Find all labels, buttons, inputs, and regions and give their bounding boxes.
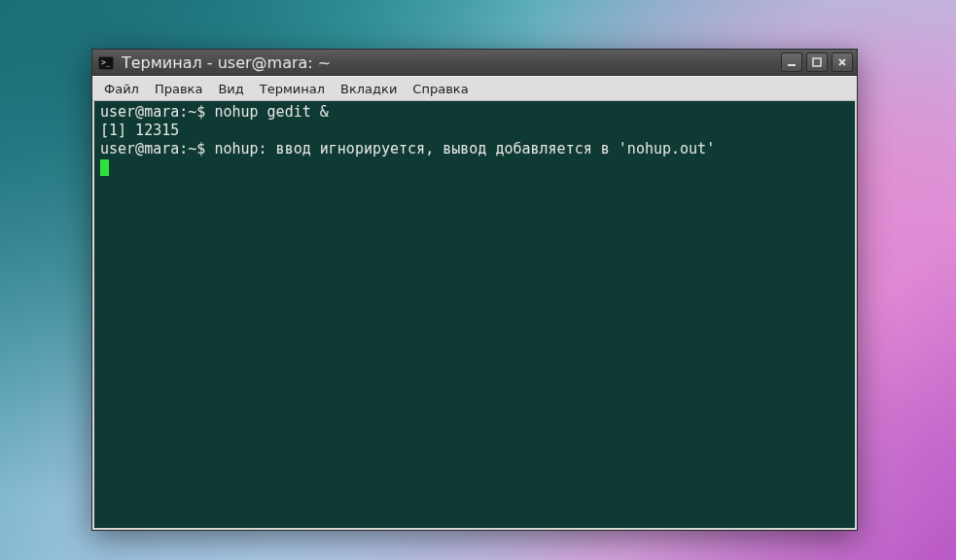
terminal-line: user@mara:~$ nohup: ввод игнорируется, в… <box>100 140 849 158</box>
prompt: user@mara:~$ <box>100 103 214 121</box>
cursor-icon <box>100 159 109 176</box>
svg-text:>_: >_ <box>101 58 111 67</box>
terminal-line: user@mara:~$ nohup gedit & <box>100 103 849 122</box>
terminal-cursor-line <box>100 158 849 177</box>
menu-tabs[interactable]: Вкладки <box>333 80 405 98</box>
terminal-line: [1] 12315 <box>100 122 849 140</box>
prompt: user@mara:~$ <box>100 140 214 158</box>
terminal-icon: >_ <box>98 55 114 69</box>
desktop-background: >_ Терминал - user@mara: ~ <box>0 0 956 560</box>
close-button[interactable] <box>832 52 853 72</box>
window-title: Терминал - user@mara: ~ <box>122 53 781 72</box>
terminal-window: >_ Терминал - user@mara: ~ <box>91 49 858 531</box>
svg-rect-4 <box>813 58 821 66</box>
menu-terminal[interactable]: Терминал <box>252 80 333 98</box>
maximize-button[interactable] <box>806 52 828 72</box>
window-controls <box>781 52 853 72</box>
output-text: nohup: ввод игнорируется, вывод добавляе… <box>214 140 715 158</box>
menu-help[interactable]: Справка <box>405 80 476 98</box>
menu-edit[interactable]: Правка <box>147 80 210 98</box>
minimize-button[interactable] <box>781 52 802 72</box>
output-text: [1] 12315 <box>100 122 179 139</box>
menubar: Файл Правка Вид Терминал Вкладки Справка <box>92 76 857 101</box>
terminal-output[interactable]: user@mara:~$ nohup gedit & [1] 12315 use… <box>92 101 857 530</box>
menu-view[interactable]: Вид <box>210 80 251 98</box>
window-titlebar[interactable]: >_ Терминал - user@mara: ~ <box>92 50 857 76</box>
menu-file[interactable]: Файл <box>96 80 147 98</box>
svg-rect-3 <box>788 64 796 66</box>
command-text: nohup gedit & <box>214 103 328 121</box>
